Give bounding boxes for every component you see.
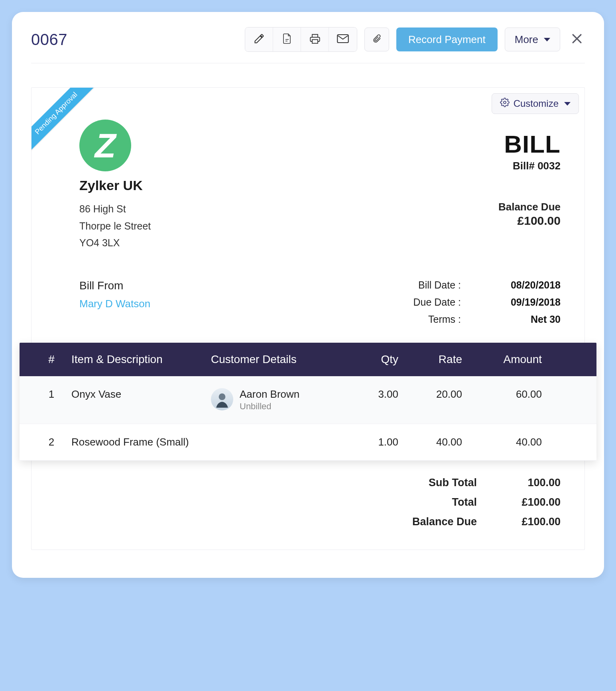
cell-rate: 40.00 [398,436,462,448]
topbar: 0067 [31,27,585,63]
balance-due-label: Balance Due [498,201,561,213]
paperclip-icon [372,33,382,46]
bill-title: BILL [498,130,561,158]
close-button[interactable] [569,31,585,47]
bill-from-block: Bill From Mary D Watson [55,279,150,310]
meta-label: Due Date : [405,296,461,308]
bill-detail-panel: 0067 [12,12,604,578]
col-customer: Customer Details [211,353,339,366]
total-label: Total [397,496,477,508]
close-icon [570,32,584,47]
total-value: £100.00 [501,496,561,508]
customize-button[interactable]: Customize [492,93,579,114]
svg-point-2 [504,101,506,104]
chevron-down-icon [564,102,571,106]
chevron-down-icon [544,38,550,41]
cell-qty: 3.00 [339,388,398,400]
table-row: 2 Rosewood Frame (Small) 1.00 40.00 40.0… [20,424,596,461]
doc-number: 0067 [31,31,67,49]
printer-icon [309,33,321,46]
company-logo: Z [79,120,131,171]
subtotal-row: Sub Total 100.00 [55,477,561,489]
pdf-file-icon [282,33,292,46]
gear-icon [500,98,514,110]
balance-row: Balance Due £100.00 [55,516,561,528]
logo-letter: Z [95,126,116,165]
company-block: Z Zylker UK 86 High St Thorpe le Street … [55,120,151,251]
print-button[interactable] [301,27,329,51]
envelope-icon [337,34,349,45]
line-items-table: # Item & Description Customer Details Qt… [20,343,596,461]
col-amount: Amount [462,353,542,366]
bill-summary: BILL Bill# 0032 Balance Due £100.00 [498,120,561,228]
balance-label: Balance Due [397,516,477,528]
cell-rate: 20.00 [398,388,462,400]
cell-num: 2 [31,436,71,448]
address-line: 86 High St [79,200,151,218]
pencil-icon [254,33,265,46]
cell-item: Rosewood Frame (Small) [71,436,211,448]
col-num: # [31,353,71,366]
more-button[interactable]: More [505,27,560,51]
svg-rect-0 [312,39,318,43]
cell-item: Onyx Vase [71,388,211,400]
customer-status: Unbilled [240,401,299,412]
customer-name: Aaron Brown [240,388,299,400]
col-qty: Qty [339,353,398,366]
bill-document: Pending Approval Customize Z Zylker UK 8… [31,87,585,550]
document-meta: Bill From Mary D Watson Bill Date : 08/2… [55,279,561,331]
document-header: Z Zylker UK 86 High St Thorpe le Street … [55,120,561,251]
meta-value: 09/19/2018 [497,296,561,308]
table-row: 1 Onyx Vase Aaron Brown Unbilled 3.00 20… [20,376,596,424]
meta-label: Bill Date : [405,279,461,291]
pdf-button[interactable] [273,27,301,51]
edit-button[interactable] [245,27,273,51]
cell-amount: 60.00 [462,388,542,400]
totals-block: Sub Total 100.00 Total £100.00 Balance D… [55,477,561,528]
attach-button[interactable] [364,27,389,51]
col-rate: Rate [398,353,462,366]
meta-row-bill-date: Bill Date : 08/20/2018 [405,279,561,291]
cell-amount: 40.00 [462,436,542,448]
address-line: YO4 3LX [79,234,151,251]
table-header: # Item & Description Customer Details Qt… [20,343,596,376]
svg-point-3 [219,393,226,400]
toolbar-icon-group [245,27,357,52]
meta-row-terms: Terms : Net 30 [405,314,561,325]
bill-meta-table: Bill Date : 08/20/2018 Due Date : 09/19/… [405,279,561,331]
total-row: Total £100.00 [55,496,561,508]
bill-from-name[interactable]: Mary D Watson [79,298,150,310]
balance-due-amount: £100.00 [498,214,561,228]
meta-value: Net 30 [497,314,561,325]
cell-customer: Aaron Brown Unbilled [211,388,339,412]
cell-num: 1 [31,388,71,400]
col-item: Item & Description [71,353,211,366]
meta-label: Terms : [405,314,461,325]
meta-row-due-date: Due Date : 09/19/2018 [405,296,561,308]
meta-value: 08/20/2018 [497,279,561,291]
more-label: More [515,33,538,46]
subtotal-value: 100.00 [501,477,561,489]
balance-value: £100.00 [501,516,561,528]
email-button[interactable] [329,27,357,51]
avatar [211,388,233,410]
bill-from-label: Bill From [79,279,150,292]
bill-number: Bill# 0032 [498,160,561,172]
customize-label: Customize [514,98,559,109]
record-payment-button[interactable]: Record Payment [396,27,498,51]
cell-qty: 1.00 [339,436,398,448]
company-name: Zylker UK [79,178,151,193]
address-line: Thorpe le Street [79,218,151,235]
subtotal-label: Sub Total [397,477,477,489]
